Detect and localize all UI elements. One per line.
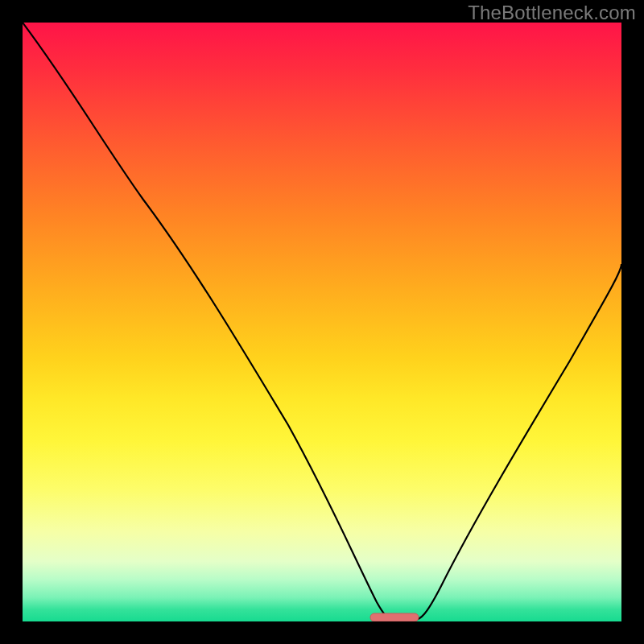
bottleneck-curve: [23, 23, 621, 621]
chart-frame: TheBottleneck.com: [0, 0, 644, 644]
watermark-text: TheBottleneck.com: [468, 2, 636, 24]
bottleneck-marker: [370, 613, 419, 621]
plot-area: [23, 23, 621, 621]
plot-svg: [23, 23, 621, 621]
